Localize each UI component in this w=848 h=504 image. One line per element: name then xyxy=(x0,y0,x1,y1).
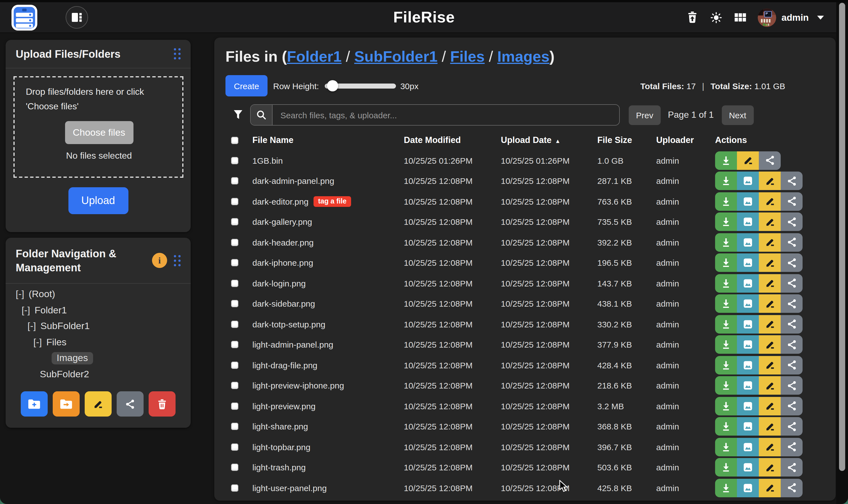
share-button[interactable] xyxy=(781,213,802,231)
share-folder-button[interactable] xyxy=(117,391,144,416)
breadcrumb-link[interactable]: Folder1 xyxy=(287,48,341,65)
download-button[interactable] xyxy=(715,233,737,252)
preview-button[interactable] xyxy=(737,438,759,456)
download-button[interactable] xyxy=(715,479,737,497)
theme-toggle-button[interactable] xyxy=(710,11,723,23)
tree-label[interactable]: SubFolder1 xyxy=(40,321,90,332)
drag-handle-icon[interactable] xyxy=(174,48,181,59)
tree-item-folder1[interactable]: [-]Folder1 xyxy=(6,303,191,319)
file-dropzone[interactable]: Drop files/folders here or click 'Choose… xyxy=(14,76,183,178)
file-name[interactable]: dark-login.png xyxy=(252,278,306,288)
preview-button[interactable] xyxy=(737,376,759,395)
preview-button[interactable] xyxy=(737,397,759,415)
download-button[interactable] xyxy=(715,294,737,313)
share-button[interactable] xyxy=(781,479,802,497)
file-tag-badge[interactable]: tag a file xyxy=(314,196,351,207)
drag-handle-icon[interactable] xyxy=(174,255,181,266)
row-checkbox[interactable] xyxy=(231,280,238,287)
preview-button[interactable] xyxy=(737,172,759,190)
edit-button[interactable] xyxy=(759,417,781,436)
preview-button[interactable] xyxy=(737,479,759,497)
download-button[interactable] xyxy=(715,336,737,354)
file-name[interactable]: light-topbar.png xyxy=(252,442,311,452)
column-file-size[interactable]: File Size xyxy=(597,135,656,145)
row-checkbox[interactable] xyxy=(231,300,238,307)
tree-item-images[interactable]: Images xyxy=(6,350,191,366)
sidebar-toggle-button[interactable] xyxy=(66,6,88,29)
edit-button[interactable] xyxy=(759,172,781,190)
share-button[interactable] xyxy=(781,172,802,190)
row-checkbox[interactable] xyxy=(231,341,238,348)
tree-label[interactable]: (Root) xyxy=(29,289,55,300)
file-name[interactable]: light-trash.png xyxy=(252,463,306,472)
info-icon[interactable]: i xyxy=(152,253,167,268)
tree-toggle-icon[interactable]: [-] xyxy=(22,305,30,316)
edit-button[interactable] xyxy=(759,356,781,375)
rename-folder-button[interactable] xyxy=(85,391,112,416)
file-name[interactable]: light-preview-iphone.png xyxy=(252,381,344,391)
download-button[interactable] xyxy=(715,274,737,293)
next-page-button[interactable]: Next xyxy=(722,105,754,125)
file-name[interactable]: dark-totp-setup.png xyxy=(252,320,325,329)
table-row[interactable]: light-preview.png 10/25/25 12:08PM 10/25… xyxy=(214,396,836,416)
tree-label-selected[interactable]: Images xyxy=(52,352,93,365)
row-checkbox[interactable] xyxy=(231,362,238,369)
edit-button[interactable] xyxy=(759,438,781,456)
column-date-modified[interactable]: Date Modified xyxy=(404,135,501,145)
download-button[interactable] xyxy=(715,315,737,334)
scrollbar-thumb[interactable] xyxy=(839,3,845,471)
preview-button[interactable] xyxy=(737,274,759,293)
file-name[interactable]: light-preview.png xyxy=(252,401,316,411)
row-checkbox[interactable] xyxy=(231,259,238,267)
row-checkbox[interactable] xyxy=(231,321,238,328)
download-button[interactable] xyxy=(715,254,737,272)
share-button[interactable] xyxy=(781,356,802,375)
download-button[interactable] xyxy=(715,192,737,211)
download-button[interactable] xyxy=(715,458,737,477)
row-checkbox[interactable] xyxy=(231,382,238,389)
download-button[interactable] xyxy=(715,356,737,375)
file-name[interactable]: 1GB.bin xyxy=(252,156,283,165)
move-folder-button[interactable] xyxy=(53,391,80,416)
delete-folder-button[interactable] xyxy=(148,391,176,416)
edit-button[interactable] xyxy=(759,376,781,395)
row-checkbox[interactable] xyxy=(231,484,238,492)
edit-button[interactable] xyxy=(737,151,759,170)
choose-files-button[interactable]: Choose files xyxy=(65,121,133,144)
edit-button[interactable] xyxy=(759,315,781,334)
row-checkbox[interactable] xyxy=(231,402,238,410)
column-file-name[interactable]: File Name xyxy=(252,135,404,145)
row-checkbox[interactable] xyxy=(231,464,238,471)
share-button[interactable] xyxy=(759,151,781,170)
table-row[interactable]: light-topbar.png 10/25/25 12:08PM 10/25/… xyxy=(214,437,836,457)
column-uploader[interactable]: Uploader xyxy=(656,135,715,145)
preview-button[interactable] xyxy=(737,192,759,211)
preview-button[interactable] xyxy=(737,356,759,375)
search-icon-segment[interactable] xyxy=(251,105,272,125)
tree-toggle-icon[interactable]: [-] xyxy=(16,289,24,300)
breadcrumb-link[interactable]: SubFolder1 xyxy=(354,48,438,65)
download-button[interactable] xyxy=(715,376,737,395)
breadcrumb-link[interactable]: Images xyxy=(497,48,549,65)
preview-button[interactable] xyxy=(737,294,759,313)
download-button[interactable] xyxy=(715,397,737,415)
share-button[interactable] xyxy=(781,336,802,354)
file-name[interactable]: dark-editor.png xyxy=(252,197,308,206)
table-row[interactable]: dark-admin-panel.png 10/25/25 12:08PM 10… xyxy=(214,171,836,191)
user-menu-label[interactable]: admin xyxy=(781,12,809,23)
slider-thumb[interactable] xyxy=(327,80,338,91)
file-name[interactable]: dark-iphone.png xyxy=(252,258,313,268)
select-all-checkbox[interactable] xyxy=(231,137,238,144)
table-row[interactable]: dark-header.png 10/25/25 12:08PM 10/25/2… xyxy=(214,232,836,253)
share-button[interactable] xyxy=(781,274,802,293)
preview-button[interactable] xyxy=(737,417,759,436)
download-button[interactable] xyxy=(715,151,737,170)
table-row[interactable]: dark-sidebar.png 10/25/25 12:08PM 10/25/… xyxy=(214,293,836,314)
tree-toggle-icon[interactable]: [-] xyxy=(33,337,42,348)
trash-restore-button[interactable] xyxy=(686,11,699,23)
table-row[interactable]: dark-iphone.png 10/25/25 12:08PM 10/25/2… xyxy=(214,253,836,273)
preview-button[interactable] xyxy=(737,336,759,354)
table-row[interactable]: dark-editor.png tag a file 10/25/25 12:0… xyxy=(214,191,836,212)
tree-label[interactable]: SubFolder2 xyxy=(40,369,89,380)
search-input[interactable] xyxy=(272,105,619,125)
